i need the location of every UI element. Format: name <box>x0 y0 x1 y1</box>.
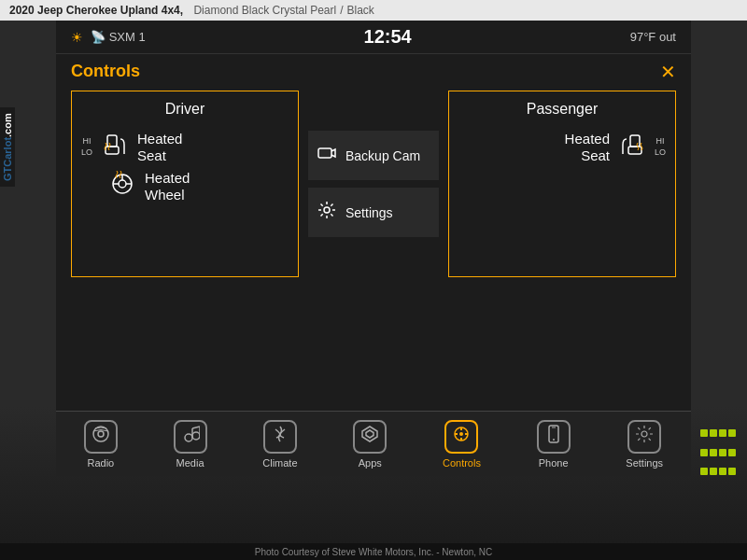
svg-rect-0 <box>107 135 117 147</box>
satellite-icon: 📡 <box>91 30 106 44</box>
climate-icon-wrap <box>263 420 297 454</box>
svg-marker-18 <box>362 427 377 441</box>
heated-seat-driver-label: HeatedSeat <box>137 131 182 164</box>
phone-nav-label: Phone <box>539 457 569 469</box>
media-icon-wrap <box>174 420 207 454</box>
status-left: ☀ 📡 SXM 1 <box>71 30 146 45</box>
settings-nav-label: Settings <box>626 457 663 469</box>
radio-icon-wrap <box>84 420 118 454</box>
logo-bar: Photo Courtesy of Steve White Motors, In… <box>0 543 747 560</box>
camera-icon <box>317 144 336 167</box>
svg-point-29 <box>641 431 647 437</box>
settings-button[interactable]: Settings <box>308 188 439 237</box>
radio-icon <box>92 425 110 448</box>
settings-icon-wrap <box>627 420 661 454</box>
media-icon <box>181 425 200 448</box>
settings-label: Settings <box>345 205 393 220</box>
logo-text: Photo Courtesy of Steve White Motors, In… <box>255 547 493 557</box>
passenger-label: Passenger <box>458 101 666 118</box>
phone-icon-wrap <box>537 420 571 454</box>
apps-icon <box>360 425 379 448</box>
gtcarlot-watermark: GTCarlot.com <box>0 107 15 187</box>
heated-wheel-label: HeatedWheel <box>145 170 190 203</box>
nav-settings-icon <box>635 425 654 448</box>
car-title: 2020 Jeep Cherokee Upland 4x4, <box>9 4 183 17</box>
heated-seat-driver-icon <box>102 132 128 163</box>
controls-grid: Driver HI LO <box>71 91 676 277</box>
svg-marker-19 <box>366 430 374 438</box>
heated-seat-passenger-icon <box>619 132 645 163</box>
climate-nav-label: Climate <box>262 457 297 469</box>
controls-nav-label: Controls <box>443 457 481 469</box>
nav-controls[interactable]: Controls <box>435 416 488 472</box>
radio-nav-label: Radio <box>87 457 114 469</box>
svg-rect-10 <box>628 147 641 154</box>
apps-nav-label: Apps <box>359 457 382 469</box>
svg-point-25 <box>459 432 463 436</box>
nav-phone[interactable]: Phone <box>529 416 578 472</box>
svg-point-3 <box>119 180 126 188</box>
backup-cam-label: Backup Cam <box>345 148 420 163</box>
svg-point-13 <box>185 434 192 441</box>
svg-rect-7 <box>318 148 331 158</box>
driver-heated-wheel[interactable]: HeatedWheel <box>81 170 289 203</box>
passenger-heated-seat-label: HeatedSeat <box>565 131 610 164</box>
controls-title: Controls <box>71 62 140 81</box>
top-bar: 2020 Jeep Cherokee Upland 4x4, Diamond B… <box>0 0 747 21</box>
svg-point-8 <box>324 207 330 213</box>
sun-icon: ☀ <box>71 30 83 45</box>
controls-panel: Controls ✕ Driver HI LO <box>56 54 691 288</box>
driver-hi-lo: HI LO <box>81 136 92 158</box>
svg-point-28 <box>553 439 555 441</box>
close-button[interactable]: ✕ <box>660 63 676 81</box>
center-column: Backup Cam Settings <box>308 91 439 277</box>
passenger-hi-lo: HI LO <box>655 136 666 158</box>
decorative-pattern <box>700 429 738 485</box>
temperature: 97°F out <box>630 30 676 44</box>
car-trim: Black <box>347 4 374 17</box>
nav-radio[interactable]: Radio <box>77 416 125 472</box>
passenger-heated-seat[interactable]: HeatedSeat HI LO <box>458 131 666 164</box>
nav-apps[interactable]: Apps <box>345 416 394 472</box>
svg-line-16 <box>192 427 200 428</box>
radio-label: 📡 SXM 1 <box>91 30 146 44</box>
controls-header: Controls ✕ <box>71 62 676 81</box>
media-nav-label: Media <box>176 457 204 469</box>
heated-wheel-icon <box>109 171 135 203</box>
nav-bar: Radio Media <box>56 411 691 476</box>
svg-point-12 <box>98 431 104 437</box>
controls-icon <box>452 425 471 448</box>
infotainment-screen: ☀ 📡 SXM 1 12:54 97°F out Controls ✕ Driv… <box>56 21 691 422</box>
controls-icon-wrap <box>444 420 478 454</box>
clock: 12:54 <box>364 26 412 48</box>
svg-rect-9 <box>630 135 640 147</box>
status-bar: ☀ 📡 SXM 1 12:54 97°F out <box>56 21 691 54</box>
driver-zone: Driver HI LO <box>71 91 299 277</box>
apps-icon-wrap <box>353 420 387 454</box>
svg-point-11 <box>93 427 108 441</box>
nav-settings[interactable]: Settings <box>618 416 670 472</box>
climate-icon <box>271 425 289 448</box>
car-color: Diamond Black Crystal Pearl <box>193 4 336 17</box>
settings-icon <box>317 201 336 224</box>
backup-cam-button[interactable]: Backup Cam <box>308 131 439 180</box>
phone-icon <box>544 425 563 448</box>
nav-climate[interactable]: Climate <box>255 416 304 472</box>
nav-media[interactable]: Media <box>166 416 215 472</box>
driver-heated-seat[interactable]: HI LO HeatedSe <box>81 131 289 164</box>
driver-label: Driver <box>81 101 289 118</box>
passenger-zone: Passenger HeatedSeat HI <box>448 91 676 277</box>
svg-point-14 <box>192 432 200 440</box>
svg-rect-1 <box>106 147 119 154</box>
separator: / <box>340 4 343 17</box>
